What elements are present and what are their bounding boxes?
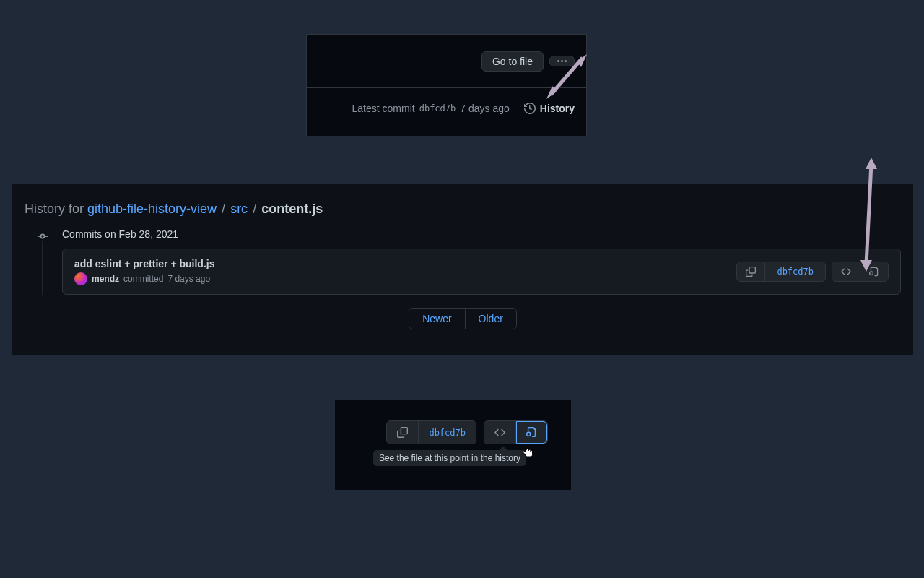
history-link[interactable]: History xyxy=(524,103,575,114)
pager-group: Newer Older xyxy=(409,308,517,329)
browse-code-button[interactable] xyxy=(484,421,516,444)
commit-meta: mendz committed 7 days ago xyxy=(74,272,215,285)
pager-newer-button[interactable]: Newer xyxy=(409,309,465,329)
breadcrumb-file: content.js xyxy=(261,202,323,216)
file-history-icon xyxy=(526,427,537,438)
copy-icon xyxy=(746,267,756,277)
avatar[interactable] xyxy=(74,272,87,285)
file-history-icon xyxy=(869,267,879,277)
code-icon xyxy=(841,267,851,277)
go-to-file-button[interactable]: Go to file xyxy=(481,51,544,72)
more-actions-button[interactable] xyxy=(549,56,575,66)
commit-hash-link[interactable]: dbfcd7b xyxy=(419,103,456,113)
commit-age: 7 days ago xyxy=(460,103,510,114)
cursor-pointer-icon xyxy=(521,446,534,460)
file-header-panel: Go to file Latest commit dbfcd7b 7 days … xyxy=(306,34,587,136)
commit-actions-zoom: dbfcd7b xyxy=(386,420,548,444)
commit-age: 7 days ago xyxy=(167,274,210,284)
breadcrumb-sep: / xyxy=(253,202,260,216)
commit-dot-icon xyxy=(38,231,48,241)
commit-hash-group: dbfcd7b xyxy=(736,262,826,282)
breadcrumb: History for github-file-history-view / s… xyxy=(25,202,901,217)
breadcrumb-prefix: History for xyxy=(25,202,84,216)
timeline-line xyxy=(42,241,43,295)
commit-card: add eslint + prettier + build.js mendz c… xyxy=(62,249,901,295)
copy-hash-button[interactable] xyxy=(387,421,419,444)
history-icon xyxy=(524,103,536,114)
file-header-actions: Go to file xyxy=(307,35,586,88)
kebab-icon xyxy=(557,60,567,62)
commits-date-label: Commits on Feb 28, 2021 xyxy=(62,228,901,240)
commit-view-group xyxy=(484,420,548,444)
tooltip: See the file at this point in the histor… xyxy=(373,450,526,466)
commit-author[interactable]: mendz xyxy=(92,274,119,284)
commit-hash-group: dbfcd7b xyxy=(386,420,476,444)
history-label: History xyxy=(540,103,575,114)
view-file-at-commit-button[interactable] xyxy=(860,262,888,281)
latest-commit-label: Latest commit xyxy=(352,103,415,114)
commit-title[interactable]: add eslint + prettier + build.js xyxy=(74,258,215,269)
copy-icon xyxy=(397,427,408,438)
commit-actions: dbfcd7b xyxy=(736,262,889,282)
browse-code-button[interactable] xyxy=(832,262,860,281)
history-page: History for github-file-history-view / s… xyxy=(12,184,913,355)
commit-hash-button[interactable]: dbfcd7b xyxy=(419,421,476,444)
breadcrumb-dir[interactable]: src xyxy=(230,202,248,216)
tooltip-zoom-panel: dbfcd7b See the file at this point in th… xyxy=(335,400,571,490)
pager-older-button[interactable]: Older xyxy=(466,309,516,329)
code-icon xyxy=(494,427,505,438)
svg-marker-8 xyxy=(866,158,877,169)
latest-commit-bar: Latest commit dbfcd7b 7 days ago History xyxy=(307,88,586,129)
copy-hash-button[interactable] xyxy=(737,262,765,281)
breadcrumb-repo[interactable]: github-file-history-view xyxy=(87,202,217,216)
commit-view-group xyxy=(832,262,889,282)
breadcrumb-sep: / xyxy=(222,202,229,216)
commit-hash-button[interactable]: dbfcd7b xyxy=(765,262,825,281)
pager: Newer Older xyxy=(25,308,901,329)
commit-timeline: Commits on Feb 28, 2021 add eslint + pre… xyxy=(25,228,901,295)
vertical-divider xyxy=(557,121,557,136)
commit-action: committed xyxy=(123,274,163,284)
svg-point-0 xyxy=(40,234,44,238)
view-file-at-commit-button[interactable] xyxy=(516,421,547,444)
